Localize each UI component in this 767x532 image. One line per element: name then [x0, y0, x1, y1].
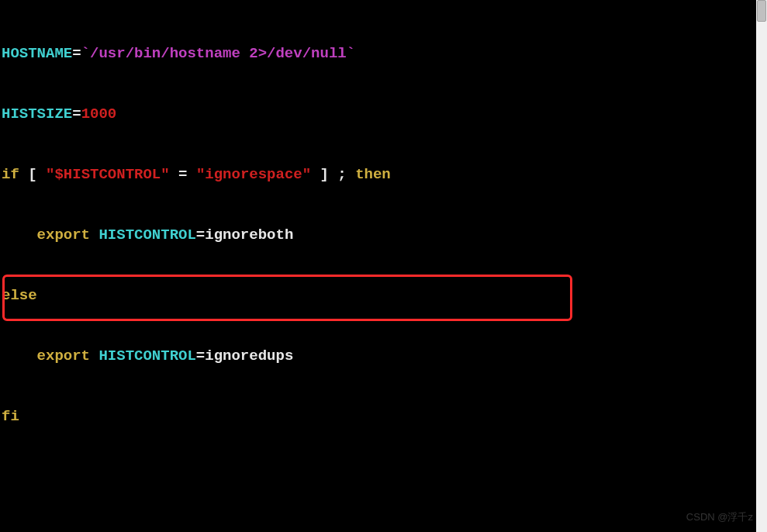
- watermark: CSDN @浮千z: [686, 507, 753, 527]
- code-line: else: [2, 285, 755, 306]
- code-line: [2, 467, 755, 487]
- code-line: fi: [2, 406, 755, 427]
- code-line: export PATH USER LOGNAME MAIL HOSTNAME H…: [2, 527, 755, 532]
- terminal-viewport[interactable]: HOSTNAME=`/usr/bin/hostname 2>/dev/null`…: [0, 0, 756, 532]
- scrollbar-track[interactable]: [756, 0, 767, 532]
- code-line: HOSTNAME=`/usr/bin/hostname 2>/dev/null`: [2, 43, 755, 64]
- scrollbar-thumb[interactable]: [757, 0, 766, 22]
- code-line: export HISTCONTROL=ignoreboth: [2, 225, 755, 245]
- code-line: HISTSIZE=1000: [2, 104, 755, 124]
- code-line: export HISTCONTROL=ignoredups: [2, 346, 755, 366]
- code-line: if [ "$HISTCONTROL" = "ignorespace" ] ; …: [2, 164, 755, 185]
